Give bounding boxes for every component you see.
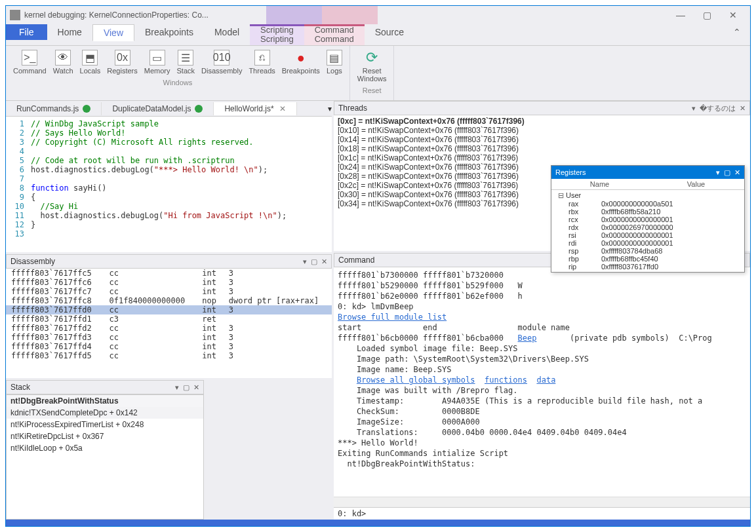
ribbon: >_Command👁Watch⬒Locals0xRegisters▭Memory…	[6, 46, 750, 101]
registers-col-name: Name	[551, 179, 648, 189]
ribbon-locals-button[interactable]: ⬒Locals	[77, 48, 104, 76]
collapse-ribbon-button[interactable]: ⌃	[724, 24, 750, 40]
thread-row[interactable]: [0x1c] = nt!KiSwapContext+0x76 (fffff803…	[338, 153, 746, 162]
stack-icon: ☰	[178, 50, 193, 66]
register-row[interactable]: rcx0x0000000000000001	[554, 216, 742, 223]
document-tab[interactable]: RunCommands.js	[6, 102, 102, 115]
disassembly-row[interactable]: fffff803`7617ffd4ccint3	[6, 342, 332, 351]
registers-user-group[interactable]: User	[554, 191, 742, 200]
disassembly-row[interactable]: fffff803`7617ffc6ccint3	[6, 278, 332, 287]
document-tabs: RunCommands.jsDuplicateDataModel.jsHello…	[6, 101, 332, 117]
command-pane: fffff801`b7300000 fffff801`b7320000 ffff…	[334, 267, 750, 520]
maximize-button[interactable]: ▢	[694, 6, 720, 24]
menu-bar: File Home View Breakpoints Model Scripti…	[6, 24, 750, 46]
threads-icon: ⎌	[254, 50, 270, 66]
register-row[interactable]: rdx0x0000026970000000	[554, 223, 742, 231]
ribbon-group-windows-label: Windows	[6, 79, 349, 88]
module-beep-link[interactable]: Beep	[518, 333, 537, 343]
ribbon-disassembly-button[interactable]: 010Disassembly	[198, 48, 245, 76]
stack-row[interactable]: kdnic!TXSendCompleteDpc + 0x142	[7, 407, 203, 419]
disassembly-icon: 010	[214, 50, 229, 66]
registers-window[interactable]: Registers ▾▢✕ Name Value User rax0x00000…	[551, 165, 745, 273]
status-ok-icon	[195, 105, 203, 113]
tab-breakpoints[interactable]: Breakpoints	[134, 24, 204, 40]
app-icon	[10, 10, 20, 20]
browse-module-list-link[interactable]: Browse full module list	[338, 313, 447, 322]
command-icon: >_	[22, 50, 37, 66]
stack-row[interactable]: nt!KiIdleLoop + 0x5a	[7, 442, 203, 454]
stack-row[interactable]: nt!KiProcessExpiredTimerList + 0x248	[7, 419, 203, 430]
stack-row[interactable]: nt!KiRetireDpcList + 0x367	[7, 430, 203, 442]
disassembly-row[interactable]: fffff803`7617ffd5ccint3	[6, 351, 332, 360]
disassembly-row[interactable]: fffff803`7617ffc5ccint3	[6, 269, 332, 278]
stack-row[interactable]: nt!DbgBreakPointWithStatus	[7, 395, 203, 407]
stack-title: Stack	[10, 383, 30, 392]
disassembly-row[interactable]: fffff803`7617ffd0ccint3	[6, 305, 332, 314]
ribbon-group-reset-label: Reset	[350, 86, 394, 96]
tab-dropdown-icon[interactable]: ▾	[328, 104, 332, 113]
ribbon-memory-button[interactable]: ▭Memory	[141, 48, 174, 76]
ribbon-breakpoints-button[interactable]: ●Breakpoints	[279, 48, 323, 76]
reset-icon: ⟳	[364, 50, 380, 66]
registers-col-value: Value	[648, 179, 744, 189]
ribbon-stack-button[interactable]: ☰Stack	[174, 48, 199, 76]
thread-row[interactable]: [0x14] = nt!KiSwapContext+0x76 (fffff803…	[338, 135, 746, 144]
minimize-button[interactable]: —	[667, 6, 694, 24]
tab-scripting[interactable]: ScriptingScripting	[250, 24, 304, 45]
register-row[interactable]: rdi0x0000000000000001	[554, 239, 742, 247]
command-input[interactable]: 0: kd>	[334, 507, 750, 520]
disassembly-header[interactable]: Disassembly ▾▢✕	[6, 254, 332, 269]
tab-command[interactable]: CommandCommand	[304, 24, 365, 45]
ribbon-logs-button[interactable]: ▤Logs	[323, 48, 346, 76]
app-title: kernel debugging: KernelConnectionProper…	[24, 10, 209, 20]
ribbon-command-button[interactable]: >_Command	[10, 48, 50, 76]
watch-icon: 👁	[55, 50, 71, 66]
code-editor[interactable]: 1// WinDbg JavaScript sample2// Says Hel…	[6, 117, 332, 254]
register-row[interactable]: rsi0x0000000000000001	[554, 231, 742, 239]
register-row[interactable]: rbp0xffffb68ffbc45f40	[554, 255, 742, 263]
disassembly-row[interactable]: fffff803`7617ffc7ccint3	[6, 287, 332, 296]
locals-icon: ⬒	[82, 50, 98, 66]
ribbon-threads-button[interactable]: ⎌Threads	[245, 48, 278, 76]
status-ok-icon	[83, 105, 90, 113]
disassembly-row[interactable]: fffff803`7617ffd1c3ret	[6, 314, 332, 324]
register-row[interactable]: rsp0xfffff803784dba68	[554, 247, 742, 255]
register-row[interactable]: rbx0xffffb68ffb58a210	[554, 208, 742, 216]
data-link[interactable]: data	[536, 375, 555, 385]
ribbon-watch-button[interactable]: 👁Watch	[50, 48, 77, 76]
status-bar	[6, 520, 750, 526]
threads-title: Threads	[338, 104, 367, 113]
disassembly-row[interactable]: fffff803`7617ffc80f1f840000000000nopdwor…	[6, 296, 332, 305]
tab-home[interactable]: Home	[47, 24, 92, 40]
disassembly-row[interactable]: fffff803`7617ffd3ccint3	[6, 333, 332, 342]
tab-view[interactable]: View	[92, 24, 134, 41]
browse-symbols-link[interactable]: Browse all global symbols	[357, 375, 475, 385]
register-row[interactable]: rax0x000000000000a501	[554, 200, 742, 208]
command-hscroll[interactable]	[334, 497, 750, 507]
document-tab[interactable]: HelloWorld.js*✕	[214, 102, 296, 115]
breakpoints-icon: ●	[293, 50, 309, 66]
close-button[interactable]: ✕	[720, 6, 746, 24]
reset-windows-button[interactable]: ⟳ Reset Windows	[354, 48, 390, 84]
tab-source[interactable]: Source	[365, 24, 414, 40]
registers-title: Registers	[555, 168, 586, 176]
tab-file[interactable]: File	[6, 24, 47, 40]
command-output[interactable]: fffff801`b7300000 fffff801`b7320000 ffff…	[334, 267, 750, 497]
stack-header[interactable]: Stack ▾▢✕	[6, 380, 204, 394]
functions-link[interactable]: functions	[485, 375, 527, 385]
disassembly-row[interactable]: fffff803`7617ffd2ccint3	[6, 324, 332, 333]
threads-header[interactable]: Threads ▾�するのは✕	[334, 101, 750, 115]
logs-icon: ▤	[327, 50, 342, 66]
stack-pane[interactable]: nt!DbgBreakPointWithStatuskdnic!TXSendCo…	[6, 394, 204, 520]
command-title: Command	[338, 256, 374, 265]
disassembly-pane[interactable]: fffff803`7617ffc5ccint3fffff803`7617ffc6…	[6, 269, 332, 380]
close-tab-icon[interactable]: ✕	[279, 104, 286, 113]
memory-icon: ▭	[149, 50, 165, 66]
tab-model[interactable]: Model	[204, 24, 250, 40]
register-row[interactable]: rip0xfffff8037617ffd0	[554, 263, 742, 271]
thread-row[interactable]: [0xc] = nt!KiSwapContext+0x76 (fffff803`…	[338, 117, 746, 126]
ribbon-registers-button[interactable]: 0xRegisters	[104, 48, 140, 76]
document-tab[interactable]: DuplicateDataModel.js	[102, 102, 214, 115]
thread-row[interactable]: [0x10] = nt!KiSwapContext+0x76 (fffff803…	[338, 126, 746, 135]
thread-row[interactable]: [0x18] = nt!KiSwapContext+0x76 (fffff803…	[338, 144, 746, 153]
